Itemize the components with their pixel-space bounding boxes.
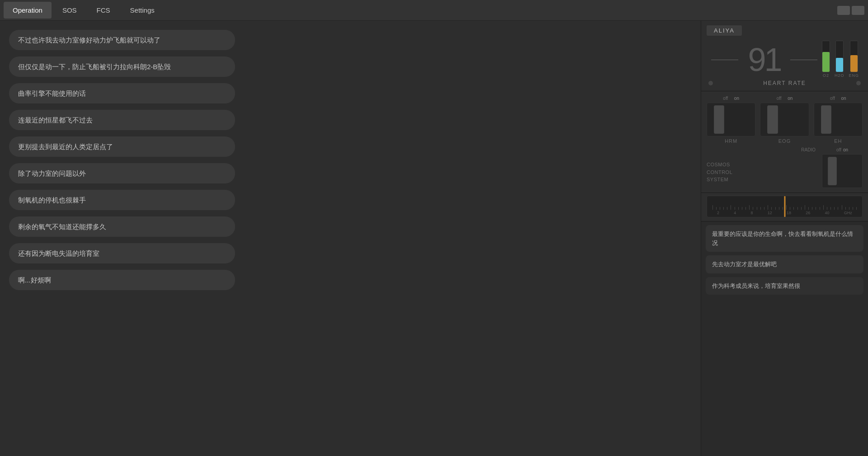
frequency-track[interactable]: 24812182640GHz — [707, 196, 863, 217]
toggle-half-off[interactable] — [760, 103, 784, 136]
freq-tick-line — [742, 207, 742, 210]
freq-tick-line — [783, 207, 783, 210]
freq-tick — [726, 207, 729, 210]
freq-tick — [740, 207, 744, 210]
freq-tick-line — [842, 205, 842, 210]
freq-tick — [766, 205, 770, 210]
freq-tick — [722, 207, 726, 210]
radio-toggle-group[interactable]: off on — [822, 147, 863, 188]
freq-tick-line — [779, 207, 779, 210]
freq-tick-line — [775, 207, 776, 210]
freq-tick — [855, 207, 859, 210]
toggle-half-off[interactable] — [707, 103, 731, 136]
freq-tick-line — [757, 207, 757, 210]
toggle-switch-box[interactable] — [707, 103, 755, 136]
freq-tick-line — [790, 207, 790, 210]
freq-tick-line — [812, 207, 812, 210]
freq-tick — [836, 207, 840, 210]
freq-tick-line — [720, 207, 720, 210]
response-bubble[interactable]: 最重要的应该是你的生命啊，快去看看制氧机是什么情况 — [706, 225, 863, 252]
toggle-off-label: off — [830, 96, 835, 101]
toggle-half-on[interactable] — [838, 103, 862, 136]
toggle-switch-box[interactable] — [760, 103, 809, 136]
toggle-group-eh[interactable]: off onEH — [814, 96, 863, 144]
toggle-half-off[interactable] — [814, 103, 838, 136]
freq-tick-line — [735, 207, 735, 210]
radio-toggle-labels: off on — [836, 147, 848, 152]
tab-operation[interactable]: Operation — [4, 2, 52, 19]
freq-tick-line — [856, 207, 857, 210]
freq-tick-line — [727, 207, 727, 210]
freq-tick — [733, 207, 736, 210]
freq-tick — [833, 207, 836, 210]
cosmos-label: COSMOSCONTROLSYSTEM — [707, 147, 732, 183]
freq-tick-line — [712, 205, 713, 210]
freq-tick — [762, 207, 766, 210]
freq-tick — [840, 205, 844, 210]
minimize-button[interactable] — [837, 6, 850, 15]
response-bubble[interactable]: 先去动力室才是最优解吧 — [706, 255, 863, 273]
frequency-scale: 24812182640GHz — [707, 211, 862, 215]
toggle-off-label: off — [723, 96, 728, 101]
toggle-on-label: on — [734, 96, 739, 101]
freq-tick-line — [723, 207, 724, 210]
toggle-labels: off on — [723, 96, 739, 101]
chat-message[interactable]: 除了动力室的问题以外 — [9, 163, 235, 183]
freq-scale-value: 40 — [825, 211, 830, 215]
radio-toggle-switch[interactable] — [822, 154, 863, 188]
freq-tick — [736, 207, 740, 210]
freq-tick-line — [793, 207, 794, 210]
chat-message[interactable]: 不过也许我去动力室修好动力炉飞船就可以动了 — [9, 30, 235, 50]
bar-indicators: O2H2OENG — [822, 42, 863, 78]
tab-sos[interactable]: SOS — [53, 2, 86, 19]
maximize-button[interactable] — [852, 6, 864, 15]
freq-tick — [796, 207, 799, 210]
toggle-row-2: COSMOSCONTROLSYSTEM RADIO off on — [707, 147, 863, 188]
freq-tick-line — [716, 207, 717, 210]
freq-tick — [818, 207, 821, 210]
chat-message[interactable]: 还有因为断电失温的培育室 — [9, 243, 235, 263]
freq-tick-line — [838, 207, 838, 210]
freq-tick — [777, 207, 781, 210]
freq-tick — [825, 207, 829, 210]
tab-settings[interactable]: Settings — [121, 2, 164, 19]
vital-bar-eng: ENG — [849, 41, 859, 78]
tab-fcs[interactable]: FCS — [88, 2, 119, 19]
chat-message[interactable]: 但仅仅是动一下，防止飞船被引力拉向科朗2-B坠毁 — [9, 56, 235, 77]
frequency-ticks — [707, 203, 862, 210]
chat-message[interactable]: 连最近的恒星都飞不过去 — [9, 110, 235, 130]
vitals-section: ALIYA 91 O2H2OENG HEART RATE — [701, 21, 868, 91]
chat-message[interactable]: 剩余的氧气不知道还能撑多久 — [9, 216, 235, 237]
chat-message[interactable]: 啊...好烦啊 — [9, 270, 235, 290]
chat-message[interactable]: 制氧机的停机也很棘手 — [9, 190, 235, 210]
chat-message[interactable]: 更别提去到最近的人类定居点了 — [9, 136, 235, 157]
freq-tick — [788, 207, 792, 210]
toggle-half-on[interactable] — [785, 103, 809, 136]
toggle-thumb — [767, 105, 778, 133]
toggle-switch-box[interactable] — [814, 103, 863, 136]
chat-message[interactable]: 曲率引擎不能使用的话 — [9, 83, 235, 103]
freq-tick — [748, 205, 751, 210]
radio-label-text: RADIO — [801, 147, 816, 152]
response-panel: 最重要的应该是你的生命啊，快去看看制氧机是什么情况先去动力室才是最优解吧作为科考… — [701, 221, 868, 456]
freq-tick-line — [816, 207, 816, 210]
heart-rate-row: HEART RATE — [707, 80, 863, 86]
bar-fill — [822, 52, 830, 72]
freq-tick-line — [823, 205, 824, 210]
freq-tick-line — [786, 205, 787, 210]
main-content: 不过也许我去动力室修好动力炉飞船就可以动了但仅仅是动一下，防止飞船被引力拉向科朗… — [0, 21, 868, 456]
response-bubble[interactable]: 作为科考成员来说，培育室果然很 — [706, 277, 863, 295]
freq-tick-line — [797, 207, 798, 210]
toggle-half-on[interactable] — [731, 103, 755, 136]
freq-tick — [718, 207, 722, 210]
freq-tick-line — [749, 205, 750, 210]
freq-tick — [851, 207, 855, 210]
freq-tick-line — [834, 207, 835, 210]
freq-tick-line — [827, 207, 827, 210]
radio-toggle-off-half[interactable] — [822, 155, 842, 188]
toggle-group-hrm[interactable]: off onHRM — [707, 96, 755, 144]
hr-dot-left — [708, 81, 713, 85]
toggle-group-eog[interactable]: off onEOG — [760, 96, 809, 144]
radio-toggle-on-half[interactable] — [842, 155, 862, 188]
freq-tick — [714, 207, 718, 210]
